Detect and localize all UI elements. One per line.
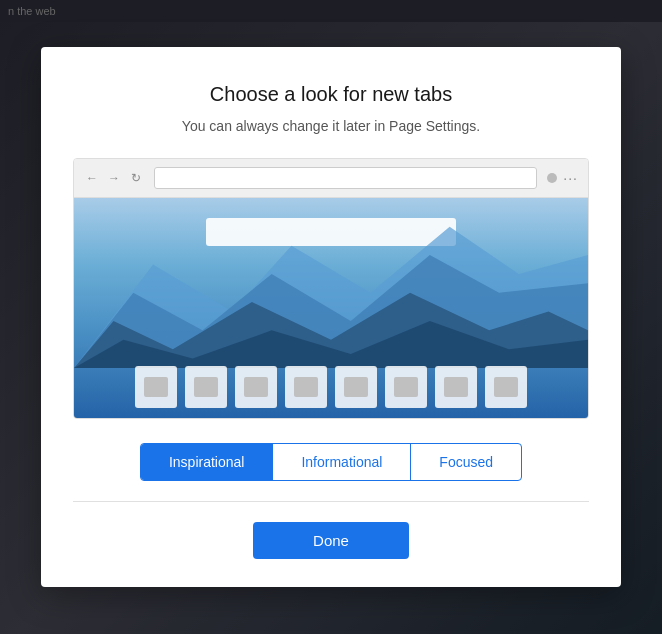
done-button[interactable]: Done <box>253 522 409 559</box>
refresh-button[interactable]: ↻ <box>128 170 144 186</box>
shortcut-8 <box>485 366 527 408</box>
shortcut-6 <box>385 366 427 408</box>
mountain-illustration <box>74 208 588 368</box>
browser-chrome-bar: ← → ↻ ··· <box>74 159 588 198</box>
modal-dialog: Choose a look for new tabs You can alway… <box>41 47 621 587</box>
address-bar[interactable] <box>154 167 537 189</box>
shortcut-4 <box>285 366 327 408</box>
forward-button[interactable]: → <box>106 170 122 186</box>
divider <box>73 501 589 502</box>
tab-selector: Inspirational Informational Focused <box>140 443 522 481</box>
shortcut-2 <box>185 366 227 408</box>
shortcut-7 <box>435 366 477 408</box>
shortcut-1 <box>135 366 177 408</box>
tab-informational[interactable]: Informational <box>272 444 410 480</box>
back-button[interactable]: ← <box>84 170 100 186</box>
menu-dots[interactable]: ··· <box>563 170 578 186</box>
modal-title: Choose a look for new tabs <box>210 83 452 106</box>
shortcuts-row <box>135 366 527 408</box>
shortcut-5 <box>335 366 377 408</box>
tab-focused[interactable]: Focused <box>410 444 521 480</box>
browser-preview: ← → ↻ ··· <box>73 158 589 419</box>
settings-dot <box>547 173 557 183</box>
browser-content <box>74 198 588 418</box>
shortcut-3 <box>235 366 277 408</box>
tab-inspirational[interactable]: Inspirational <box>141 444 273 480</box>
modal-subtitle: You can always change it later in Page S… <box>182 118 480 134</box>
